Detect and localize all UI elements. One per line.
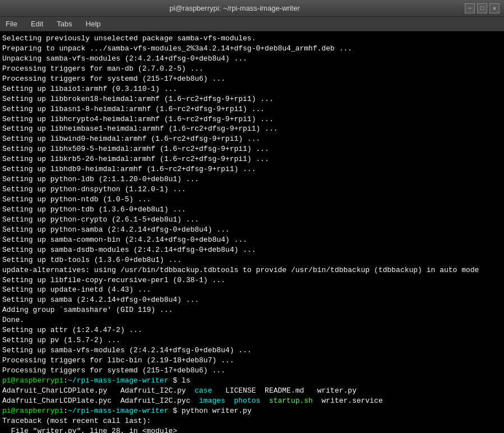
terminal-output: Selecting previously unselected package … (2, 34, 502, 433)
minimize-button[interactable]: − (465, 3, 475, 13)
menu-bar: File Edit Tabs Help (0, 17, 504, 31)
terminal-area[interactable]: Selecting previously unselected package … (0, 31, 504, 433)
menu-edit[interactable]: Edit (29, 19, 45, 29)
menu-help[interactable]: Help (84, 19, 103, 29)
close-button[interactable]: ✕ (489, 3, 500, 13)
title-bar: pi@raspberrypi: ~/rpi-mass-image-writer … (0, 0, 504, 17)
maximize-button[interactable]: □ (477, 3, 487, 13)
menu-tabs[interactable]: Tabs (54, 19, 74, 29)
menu-file[interactable]: File (3, 19, 20, 29)
title-bar-title: pi@raspberrypi: ~/rpi-mass-image-writer (4, 4, 465, 12)
